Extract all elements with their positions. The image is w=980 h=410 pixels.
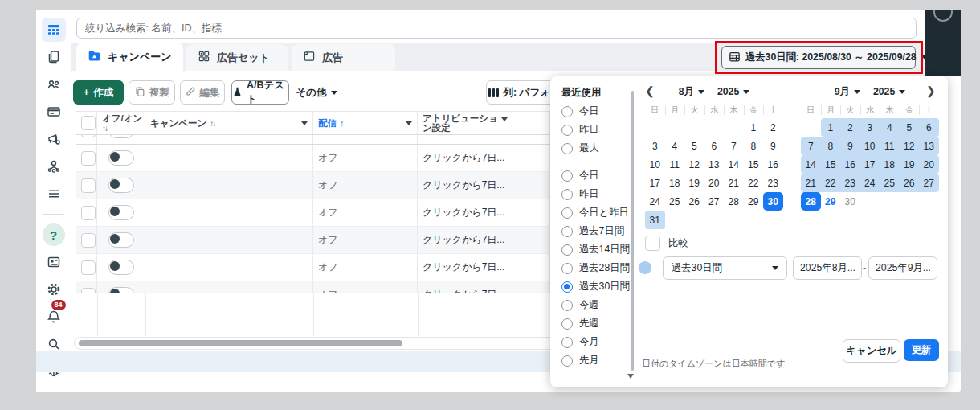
row-toggle[interactable] — [108, 232, 134, 248]
calendar-day[interactable]: 1 — [821, 118, 841, 137]
calendar-day[interactable]: 7 — [724, 137, 744, 155]
calendar-day[interactable]: 17 — [860, 155, 880, 174]
row-checkbox[interactable] — [81, 178, 96, 193]
preset-scrollbar[interactable] — [631, 91, 634, 371]
header-delivery[interactable]: 配信 ↑ — [313, 112, 418, 134]
chevron-down-icon[interactable] — [501, 117, 508, 121]
calendar-day[interactable]: 3 — [860, 118, 880, 137]
range-preset-select[interactable]: 過去30日間 — [663, 256, 787, 280]
calendar-day[interactable]: 12 — [684, 155, 704, 174]
sidebar-item-settings[interactable] — [42, 277, 66, 301]
create-button[interactable]: + 作成 — [73, 80, 124, 105]
calendar-day[interactable]: 29 — [821, 192, 841, 211]
end-date-input[interactable] — [868, 256, 937, 280]
cancel-button[interactable]: キャンセル — [843, 339, 900, 363]
calendar-day[interactable]: 28 — [724, 192, 744, 211]
calendar-day[interactable]: 22 — [821, 174, 841, 192]
calendar-day[interactable]: 27 — [704, 192, 725, 211]
calendar-day[interactable]: 9 — [763, 137, 783, 155]
calendar-day[interactable]: 19 — [684, 174, 704, 192]
calendar-day[interactable]: 11 — [665, 155, 685, 174]
chevron-down-icon[interactable] — [301, 121, 308, 125]
calendar-day[interactable]: 3 — [645, 137, 665, 155]
row-toggle[interactable] — [108, 135, 134, 138]
month-select[interactable]: 8月 — [679, 85, 704, 99]
preset-option[interactable]: 過去7日間 — [561, 222, 635, 240]
calendar-day[interactable]: 2 — [840, 118, 860, 137]
calendar-day[interactable]: 8 — [821, 137, 841, 155]
calendar-day[interactable]: 25 — [880, 174, 900, 192]
row-checkbox[interactable] — [81, 260, 96, 275]
calendar-day[interactable]: 17 — [645, 174, 665, 192]
row-checkbox[interactable] — [81, 233, 96, 248]
calendar-day[interactable]: 15 — [744, 155, 764, 174]
preset-option[interactable]: 今日 — [561, 102, 635, 121]
calendar-day[interactable]: 24 — [645, 192, 665, 211]
row-toggle[interactable] — [108, 205, 134, 220]
sidebar-item-help[interactable]: ? — [42, 223, 66, 247]
preset-option[interactable]: 昨日 — [561, 121, 635, 139]
calendar-day[interactable]: 9 — [840, 137, 860, 155]
calendar-day[interactable]: 29 — [744, 192, 764, 211]
calendar-day[interactable]: 19 — [900, 155, 920, 174]
row-toggle[interactable] — [108, 178, 134, 193]
sidebar-item-business-assets[interactable] — [42, 154, 66, 178]
preset-option[interactable]: 過去30日間 — [561, 277, 635, 296]
horizontal-scrollbar-thumb[interactable] — [79, 340, 402, 346]
sidebar-item-pages[interactable] — [42, 45, 66, 69]
calendar-day[interactable]: 10 — [645, 155, 665, 174]
sidebar-item-notifications[interactable]: 84 — [42, 305, 66, 329]
calendar-day[interactable]: 4 — [880, 118, 900, 137]
calendar-day[interactable]: 7 — [801, 137, 821, 155]
calendar-day[interactable]: 5 — [900, 118, 920, 137]
update-button[interactable]: 更新 — [904, 339, 939, 361]
calendar-day[interactable]: 2 — [763, 118, 783, 137]
calendar-day[interactable]: 8 — [744, 137, 764, 155]
chevron-down-icon[interactable] — [406, 121, 412, 125]
row-toggle[interactable] — [108, 287, 134, 293]
header-attribution[interactable]: アトリビューション設定 — [418, 112, 550, 134]
calendar-day[interactable]: 5 — [684, 137, 704, 155]
sidebar-item-billing[interactable] — [42, 100, 66, 124]
calendar-day[interactable]: 13 — [704, 155, 725, 174]
select-all-checkbox[interactable] — [81, 116, 96, 130]
duplicate-button[interactable]: 複製 — [129, 80, 175, 105]
year-select[interactable]: 2025 — [873, 86, 905, 97]
year-select[interactable]: 2025 — [717, 86, 749, 97]
row-toggle[interactable] — [108, 150, 134, 166]
calendar-day[interactable]: 21 — [801, 174, 821, 192]
edit-button[interactable]: 編集 — [180, 80, 225, 105]
calendar-day[interactable]: 31 — [645, 211, 665, 229]
sidebar-item-audiences[interactable] — [42, 72, 66, 96]
sidebar-item-updates[interactable] — [42, 250, 66, 274]
calendar-day[interactable]: 11 — [880, 137, 900, 155]
row-checkbox[interactable] — [81, 151, 96, 166]
header-campaign[interactable]: キャンペーン ↑↓ — [145, 112, 313, 134]
header-onoff[interactable]: オフ/オン↑↓ — [97, 112, 145, 134]
preset-option[interactable]: 今日 — [561, 166, 635, 185]
preset-option[interactable]: 今週 — [561, 296, 635, 314]
row-checkbox[interactable] — [81, 288, 96, 294]
calendar-day[interactable]: 18 — [880, 155, 900, 174]
header-select-all[interactable] — [76, 112, 97, 134]
calendar-day[interactable]: 27 — [919, 174, 939, 192]
ab-test-button[interactable]: A/Bテスト — [231, 80, 289, 105]
calendar-day[interactable]: 16 — [840, 155, 860, 174]
calendar-day[interactable]: 23 — [763, 174, 783, 192]
calendar-day[interactable]: 18 — [665, 174, 685, 192]
calendar-day[interactable]: 30 — [763, 192, 783, 211]
row-checkbox[interactable] — [81, 206, 96, 220]
row-checkbox[interactable] — [81, 135, 96, 137]
calendar-day[interactable]: 24 — [860, 174, 880, 192]
month-select[interactable]: 9月 — [835, 85, 860, 99]
calendar-day[interactable]: 13 — [919, 137, 939, 155]
scroll-down-arrow-icon[interactable] — [627, 374, 634, 379]
preset-option[interactable]: 今月 — [561, 333, 635, 351]
compare-option[interactable]: 比較 — [645, 236, 688, 251]
calendar-day[interactable]: 15 — [821, 155, 841, 174]
calendar-day[interactable]: 12 — [900, 137, 920, 155]
sidebar-item-campaigns-table[interactable] — [42, 18, 66, 42]
calendar-day[interactable]: 21 — [724, 174, 744, 192]
calendar-day[interactable]: 6 — [704, 137, 725, 155]
preset-option[interactable]: 最大 — [561, 139, 635, 158]
